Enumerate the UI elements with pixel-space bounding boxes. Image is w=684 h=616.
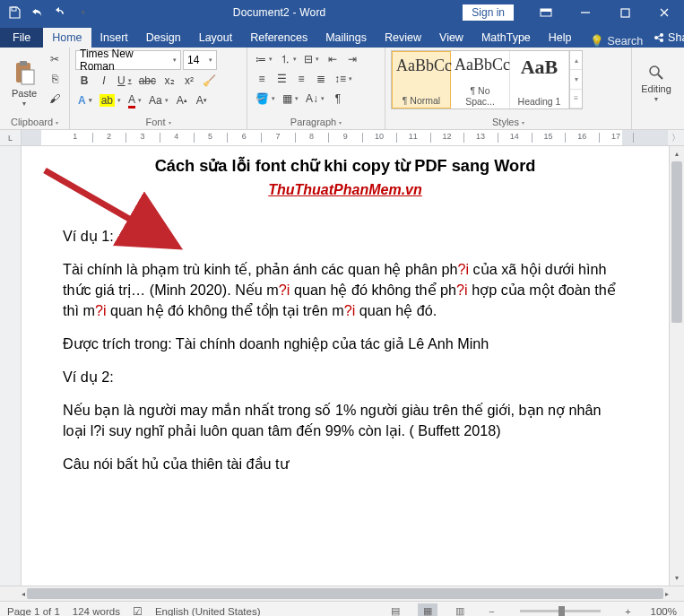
underline-button[interactable]: U [115,72,134,90]
status-page[interactable]: Page 1 of 1 [7,606,60,617]
subscript-button[interactable]: x₂ [160,72,178,90]
share-button[interactable]: Share [643,28,684,48]
tab-layout[interactable]: Layout [190,28,242,48]
undo-icon[interactable] [26,2,48,23]
qat-customize-icon[interactable] [71,2,92,23]
tab-mathtype[interactable]: MathType [472,28,540,48]
tab-mailings[interactable]: Mailings [316,28,376,48]
maximize-icon[interactable] [605,0,645,25]
tab-help[interactable]: Help [540,28,581,48]
bullets-button[interactable]: ≔ [253,50,275,68]
view-print-icon[interactable]: ▦ [418,603,437,617]
font-color-button[interactable]: A [126,91,144,109]
signin-button[interactable]: Sign in [463,4,514,21]
align-right-button[interactable]: ≡ [292,70,310,88]
zoom-out-icon[interactable]: − [482,603,502,617]
decrease-indent-button[interactable]: ⇤ [324,50,342,68]
document-area: Cách sửa lỗi font chữ khi copy từ PDF sa… [0,146,684,586]
increase-indent-button[interactable]: ⇥ [343,50,361,68]
borders-button[interactable]: ▦ [280,90,301,108]
superscript-button[interactable]: x² [180,72,198,90]
format-painter-icon[interactable]: 🖌 [46,90,64,108]
gallery-more-icon[interactable]: ≡ [570,90,582,108]
tab-design[interactable]: Design [137,28,190,48]
group-styles: AaBbCc¶ Normal AaBbCc¶ No Spac... AaBHea… [385,48,632,129]
view-read-icon[interactable]: ▤ [385,603,405,617]
sort-button[interactable]: A↓ [303,90,327,108]
font-label[interactable]: Font [75,116,241,128]
zoom-slider-thumb[interactable] [558,606,565,616]
scrollbar-horizontal[interactable]: ◂ ▸ [0,586,684,601]
scroll-track[interactable] [670,161,684,570]
ruler-body[interactable]: 1234567891011121314151617 [22,130,668,145]
style-heading-1[interactable]: AaBHeading 1 [510,51,569,108]
change-case-button[interactable]: Aa [146,91,171,109]
align-center-button[interactable]: ☰ [273,70,290,88]
editing-button[interactable]: Editing ▼ [637,50,675,116]
tab-selector-icon[interactable]: L [0,130,22,145]
tab-insert[interactable]: Insert [91,28,137,48]
paste-button[interactable]: Paste ▼ [5,50,43,116]
view-web-icon[interactable]: ▥ [450,603,470,617]
styles-label[interactable]: Styles [391,116,626,128]
scrollbar-vertical[interactable]: ▴ ▾ [669,146,684,586]
clipboard-label[interactable]: Clipboard [5,116,64,128]
document-page[interactable]: Cách sửa lỗi font chữ khi copy từ PDF sa… [22,146,669,586]
numbering-button[interactable]: ⒈ [277,50,299,68]
shrink-font-button[interactable]: A▾ [193,91,211,109]
tell-me-search[interactable]: 💡 Search [590,34,644,48]
shading-button[interactable]: 🪣 [253,90,278,108]
justify-button[interactable]: ≣ [312,70,330,88]
status-language[interactable]: English (United States) [155,606,261,617]
scroll-left-icon[interactable]: ◂ [22,586,25,602]
align-left-button[interactable]: ≡ [253,70,271,88]
gallery-scroll: ▴ ▾ ≡ [569,51,582,108]
ruler-collapse-icon[interactable]: 〉 [668,130,684,145]
scroll-down-icon[interactable]: ▾ [670,570,684,586]
close-icon[interactable] [645,0,684,25]
bold-button[interactable]: B [75,72,93,90]
copy-icon[interactable]: ⎘ [46,70,64,88]
ruler-horizontal[interactable]: L 1234567891011121314151617 〉 [0,130,684,146]
tab-file[interactable]: File [0,28,43,48]
status-proofing-icon[interactable]: ☑ [133,605,143,617]
tab-references[interactable]: References [241,28,316,48]
style-no-spacing[interactable]: AaBbCc¶ No Spac... [451,51,510,108]
highlight-button[interactable]: ab [97,91,124,109]
ruler-vertical[interactable] [0,146,22,586]
text-effects-button[interactable]: A [75,91,95,109]
scroll-thumb-h[interactable] [27,588,663,599]
font-name-select[interactable]: Times New Roman [75,50,181,70]
strikethrough-button[interactable]: abc [136,72,159,90]
style-normal[interactable]: AaBbCc¶ Normal [392,51,451,108]
tab-home[interactable]: Home [43,28,91,48]
zoom-slider[interactable] [520,610,601,612]
gallery-down-icon[interactable]: ▾ [570,70,582,89]
tab-review[interactable]: Review [376,28,430,48]
zoom-level[interactable]: 100% [651,606,677,617]
find-icon [647,64,665,82]
show-marks-button[interactable]: ¶ [329,90,347,108]
doc-p1: Ví dụ 1: [63,226,628,247]
grow-font-button[interactable]: A▴ [173,91,191,109]
italic-button[interactable]: I [95,72,113,90]
zoom-in-icon[interactable]: + [619,603,638,617]
minimize-icon[interactable] [566,0,605,25]
ribbon-options-icon[interactable] [526,0,566,25]
save-icon[interactable] [4,2,25,23]
font-size-select[interactable]: 14 [183,50,217,70]
gallery-up-icon[interactable]: ▴ [570,51,582,70]
cut-icon[interactable]: ✂ [46,50,64,68]
tab-view[interactable]: View [430,28,472,48]
scroll-thumb[interactable] [671,161,682,323]
multilevel-button[interactable]: ⊟ [301,50,322,68]
status-words[interactable]: 124 words [73,606,120,617]
scroll-up-icon[interactable]: ▴ [670,146,684,161]
svg-rect-4 [621,9,629,17]
title-bar: Document2 - Word Sign in [0,0,684,25]
status-bar: Page 1 of 1 124 words ☑ English (United … [0,601,684,616]
clear-format-icon[interactable]: 🧹 [200,72,219,90]
paragraph-label[interactable]: Paragraph [253,116,379,128]
redo-icon[interactable] [48,2,70,23]
line-spacing-button[interactable]: ↕≡ [332,70,355,88]
